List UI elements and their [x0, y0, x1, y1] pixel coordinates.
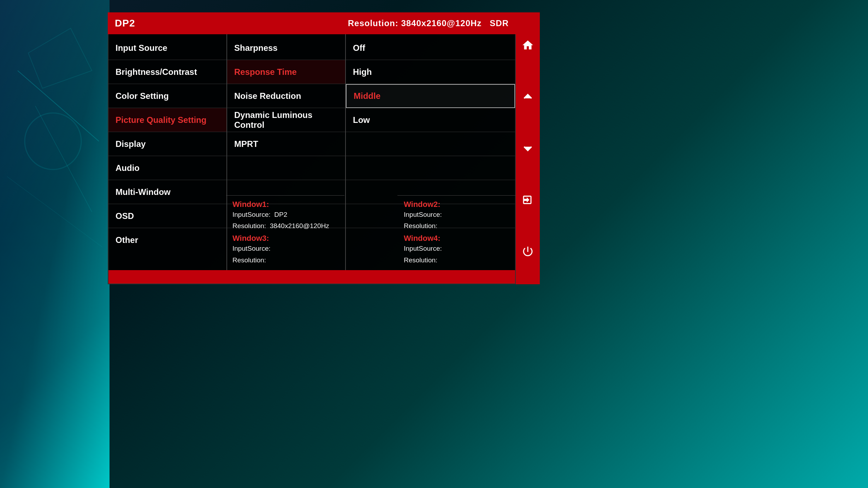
window3-input-label: InputSource: [232, 245, 271, 252]
menu-item-picture-quality[interactable]: Picture Quality Setting [108, 108, 226, 132]
home-icon [521, 39, 534, 52]
menu-item-brightness-contrast[interactable]: Brightness/Contrast [108, 60, 226, 84]
exit-icon [521, 194, 534, 206]
window1-res-label: Resolution: [232, 222, 266, 230]
submenu-column: Sharpness Response Time Noise Reduction … [227, 34, 346, 270]
up-button[interactable] [520, 89, 536, 105]
resolution-display: Resolution: 3840x2160@120Hz SDR [348, 18, 509, 28]
bg-art [0, 0, 110, 488]
window-info-left: Window1: InputSource: DP2 Resolution: 38… [226, 195, 344, 270]
power-icon [521, 245, 534, 258]
input-source-display: DP2 [115, 18, 135, 29]
menu-item-input-source[interactable]: Input Source [108, 36, 226, 60]
submenu-item-noise-reduction[interactable]: Noise Reduction [227, 84, 345, 108]
main-menu-column: Input Source Brightness/Contrast Color S… [108, 34, 227, 270]
osd-body: Input Source Brightness/Contrast Color S… [108, 34, 516, 270]
value-middle[interactable]: Middle [346, 84, 515, 108]
resolution-value: 3840x2160@120Hz [401, 18, 482, 28]
value-off[interactable]: Off [346, 36, 515, 60]
menu-item-osd[interactable]: OSD [108, 204, 226, 228]
values-column: Off High Middle Low Window2: [346, 34, 515, 270]
window2-block: Window2: InputSource: Resolution: [404, 200, 509, 232]
down-button[interactable] [520, 141, 536, 156]
window4-res-label: Resolution: [404, 256, 437, 264]
osd-panel: DP2 Resolution: 3840x2160@120Hz SDR Inpu… [108, 12, 516, 284]
menu-item-color-setting[interactable]: Color Setting [108, 84, 226, 108]
power-button[interactable] [520, 244, 536, 259]
submenu-item-sharpness[interactable]: Sharpness [227, 36, 345, 60]
svg-rect-0 [0, 0, 110, 488]
menu-item-other[interactable]: Other [108, 228, 226, 252]
window4-input-label: InputSource: [404, 245, 442, 252]
value-empty [346, 132, 515, 156]
window1-input-label: InputSource: [232, 211, 271, 218]
window1-block: Window1: InputSource: DP2 Resolution: 38… [232, 200, 338, 232]
exit-button[interactable] [520, 192, 536, 208]
home-button[interactable] [520, 37, 536, 53]
osd-header: DP2 Resolution: 3840x2160@120Hz SDR [108, 12, 516, 34]
window1-res-value: 3840x2160@120Hz [270, 222, 329, 230]
value-empty-2 [346, 156, 515, 180]
window2-input-label: InputSource: [404, 211, 442, 218]
window3-block: Window3: InputSource: Resolution: [232, 234, 338, 266]
submenu-item-mprt[interactable]: MPRT [227, 132, 345, 156]
submenu-item-response-time[interactable]: Response Time [227, 60, 345, 84]
resolution-label: Resolution: [348, 18, 398, 28]
value-low[interactable]: Low [346, 108, 515, 132]
value-high[interactable]: High [346, 60, 515, 84]
submenu-empty-1 [227, 156, 345, 180]
up-arrow-icon [521, 90, 534, 103]
menu-item-audio[interactable]: Audio [108, 156, 226, 180]
hdr-mode: SDR [490, 18, 509, 28]
menu-item-multi-window[interactable]: Multi-Window [108, 180, 226, 204]
menu-item-display[interactable]: Display [108, 132, 226, 156]
submenu-item-dynamic-luminous[interactable]: Dynamic Luminous Control [227, 108, 345, 132]
window4-block: Window4: InputSource: Resolution: [404, 234, 509, 266]
window2-res-label: Resolution: [404, 222, 437, 230]
sidebar-panel [516, 12, 540, 284]
window-info-right: Window2: InputSource: Resolution: Window… [397, 195, 516, 270]
window3-res-label: Resolution: [232, 256, 266, 264]
down-arrow-icon [521, 142, 534, 155]
osd-footer [108, 270, 516, 284]
window1-input-value: DP2 [274, 211, 287, 218]
